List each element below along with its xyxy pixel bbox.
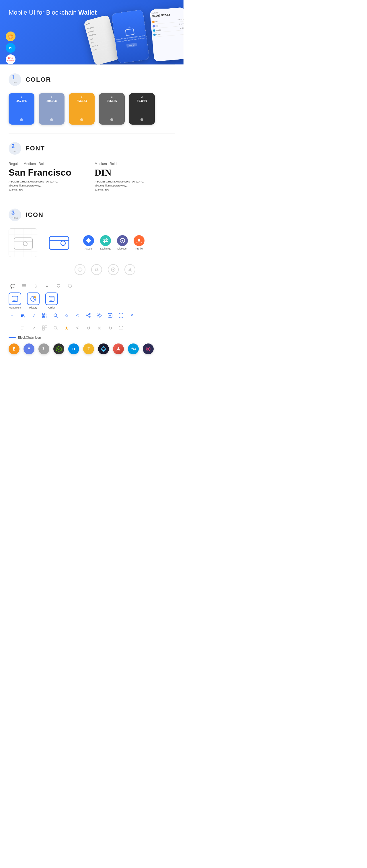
zcash-icon: Z [83, 343, 94, 354]
svg-rect-46 [43, 316, 44, 317]
plus-icon: + [9, 312, 16, 319]
color-section: 1 ONE COLOR # 3574FA # 8DA0C8 # F5A623 #… [0, 65, 184, 133]
svg-rect-11 [23, 242, 27, 246]
color-swatches-container: # 3574FA # 8DA0C8 # F5A623 # 666666 # 30… [9, 93, 175, 125]
list-ghost-icon [20, 324, 26, 332]
hero-tool-icons: Ps 60+ Screens [6, 32, 16, 64]
svg-point-66 [54, 326, 57, 329]
svg-point-51 [89, 313, 90, 314]
svg-point-22 [113, 269, 114, 271]
svg-point-19 [138, 239, 140, 241]
discover-label: Discover [117, 247, 128, 250]
close-icon: × [129, 312, 135, 319]
mangment-icon [9, 292, 21, 305]
profile-icon [134, 235, 144, 246]
search-icon [52, 312, 59, 319]
svg-rect-62 [21, 329, 23, 330]
action-icons-row-ghost: + ✓ ★ < ↺ ✕ ↻ ⓘ [9, 322, 175, 334]
svg-rect-42 [43, 314, 44, 314]
svg-rect-40 [21, 316, 23, 317]
svg-marker-20 [78, 268, 82, 272]
exchange-ghost-icon [91, 264, 102, 275]
svg-rect-26 [22, 284, 26, 285]
svg-rect-38 [21, 314, 24, 314]
sketch-icon [6, 32, 16, 41]
din-uppercase: ABCDEFGHIJKLMNOPQRSTUVWXYZ [94, 180, 175, 183]
sf-style: Regular · Medium · Bold [9, 162, 89, 166]
blockchain-label-row: BlockChain Icon [9, 336, 175, 339]
circle-icon: ● [43, 282, 51, 290]
svg-rect-39 [21, 315, 24, 316]
grid-icon [98, 343, 109, 354]
close-ghost-icon: ✕ [96, 324, 103, 332]
matic-icon [143, 343, 154, 354]
svg-point-23 [129, 268, 131, 270]
neo-icon [53, 343, 64, 354]
expand-icon [117, 312, 124, 319]
dash-icon: D [68, 343, 79, 354]
svg-rect-65 [43, 328, 45, 330]
icon-section-header: 3 THREE ICON [9, 209, 175, 221]
svg-line-70 [59, 348, 60, 350]
font-number-badge: 2 TWO [9, 142, 21, 155]
info-ghost-icon: ⓘ [117, 324, 124, 332]
phone-mockups: Profile Mangment Message Red Collect Nig… [80, 6, 184, 63]
svg-rect-14 [61, 241, 65, 246]
svg-point-52 [86, 315, 87, 316]
redo-icon: ↻ [107, 324, 114, 332]
svg-rect-61 [21, 328, 24, 328]
svg-rect-25 [22, 285, 26, 286]
font-section-header: 2 TWO FONT [9, 142, 175, 155]
crypto-coins-row: ₿ Ξ Ł D Z [9, 343, 175, 354]
assets-icon [83, 235, 94, 246]
mangment-icon-item: Mangment [9, 292, 21, 309]
qr-ghost-icon [41, 324, 48, 332]
svg-line-67 [56, 329, 58, 330]
din-style: Medium · Bold [94, 162, 175, 166]
action-icons-row-blue: + ✓ ☆ < × [9, 309, 175, 322]
order-icon [45, 292, 58, 305]
assets-label: Assets [85, 247, 92, 250]
upload-icon [107, 312, 114, 319]
info-icon: ⓘ [66, 282, 74, 290]
svg-point-53 [89, 316, 90, 317]
din-name: DIN [94, 167, 175, 178]
sf-name: San Francisco [9, 167, 89, 178]
plus-ghost-icon: + [9, 324, 16, 332]
svg-rect-64 [45, 326, 47, 328]
message-icon: 🗨 [55, 282, 62, 290]
mangment-label: Mangment [9, 306, 21, 309]
swatch-dark: # 303030 [129, 93, 155, 125]
photoshop-icon: Ps [6, 43, 16, 53]
exchange-label: Exchange [100, 247, 111, 250]
search-ghost-icon [52, 324, 59, 332]
svg-rect-44 [46, 314, 47, 314]
svg-line-50 [56, 316, 58, 317]
chevron-left-icon: < [74, 312, 81, 319]
history-label: History [29, 306, 37, 309]
exchange-icon-box: Exchange [100, 235, 111, 250]
swatch-orange: # F5A623 [69, 93, 94, 125]
chat-icon: 💬 [9, 282, 17, 290]
assets-ghost-icon [75, 264, 85, 275]
icon-guide-wireframe [9, 228, 37, 257]
screens-badge: 60+ Screens [6, 55, 16, 64]
color-label: COLOR [26, 76, 51, 83]
order-label: Order [48, 306, 55, 309]
swatch-gray: # 666666 [99, 93, 125, 125]
svg-rect-63 [43, 326, 45, 328]
sf-numbers: 1234567890 [9, 188, 89, 191]
svg-marker-16 [86, 238, 91, 243]
small-icons-top-row: 💬 ☽ ● 🗨 ⓘ [9, 282, 175, 290]
check-ghost-icon: ✓ [30, 324, 37, 332]
waves-coin-icon [128, 343, 139, 354]
swatch-slate: # 8DA0C8 [39, 93, 64, 125]
color-section-header: 1 ONE COLOR [9, 73, 175, 86]
share-icon [85, 312, 92, 319]
svg-line-55 [87, 316, 89, 316]
svg-rect-60 [21, 327, 24, 327]
refresh-icon: ↺ [85, 324, 92, 332]
icon-section: 3 THREE ICON [0, 200, 184, 369]
svg-point-32 [34, 296, 36, 298]
icon-label: ICON [26, 211, 44, 219]
